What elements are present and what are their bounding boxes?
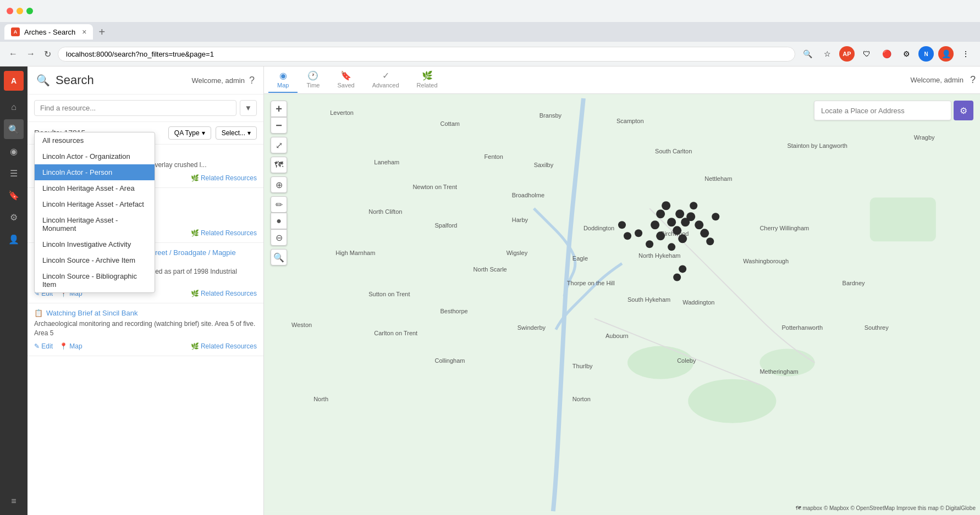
locate-controls: ⊕ <box>271 176 287 193</box>
sidebar-item-list[interactable]: ☰ <box>4 163 24 183</box>
qa-type-button[interactable]: QA Type ▾ <box>168 126 211 140</box>
dropdown-item-lincoln-heritage-area[interactable]: Lincoln Heritage Asset - Area <box>35 180 155 196</box>
tab-related[interactable]: 🌿 Related <box>408 67 447 93</box>
tab-time[interactable]: 🕐 Time <box>298 67 328 93</box>
zoom-in-button[interactable]: + <box>271 101 287 117</box>
svg-text:Cherry Willingham: Cherry Willingham <box>759 225 809 231</box>
search-browser-icon[interactable]: 🔍 <box>800 46 815 62</box>
select-label: Select... <box>222 129 245 137</box>
help-button[interactable]: ? <box>249 75 255 86</box>
resource-dropdown-button[interactable]: ▼ <box>240 100 257 116</box>
map-button[interactable]: 📍 Map <box>59 342 82 350</box>
minimize-window-button[interactable] <box>16 8 23 14</box>
select-dropdown-icon: ▾ <box>247 129 251 137</box>
locate-input[interactable] <box>814 101 951 120</box>
dropdown-item-lincoln-actor-person[interactable]: Lincoln Actor - Person <box>35 164 155 180</box>
locate-button[interactable]: ⚙ <box>954 101 973 120</box>
related-resources-button[interactable]: 🌿 Related Resources <box>191 290 257 297</box>
layers-controls: 🗺 <box>271 157 287 173</box>
svg-text:Thurlby: Thurlby <box>572 363 593 369</box>
svg-text:Scampton: Scampton <box>616 118 644 124</box>
fullscreen-button[interactable]: ⤢ <box>271 137 287 153</box>
back-button[interactable]: ← <box>7 47 20 61</box>
reload-button[interactable]: ↻ <box>42 47 53 62</box>
svg-text:High Marnham: High Marnham <box>335 250 375 256</box>
sidebar-item-user[interactable]: 👤 <box>4 229 24 249</box>
arches-extension-icon[interactable]: AP <box>839 46 855 62</box>
zoom-out-button[interactable]: − <box>271 117 287 134</box>
dropdown-item-lincoln-heritage-artefact[interactable]: Lincoln Heritage Asset - Artefact <box>35 196 155 212</box>
maximize-window-button[interactable] <box>26 8 33 14</box>
draw-pencil-button[interactable]: ✏ <box>271 196 287 213</box>
select-button[interactable]: Select... ▾ <box>216 126 257 140</box>
help-icon[interactable]: ? <box>970 74 976 86</box>
sidebar-item-map[interactable]: ◉ <box>4 141 24 161</box>
related-resources-button[interactable]: 🌿 Related Resources <box>191 342 257 350</box>
main-content: 🔍 Search Welcome, admin ? ▼ Results: 178… <box>27 67 980 515</box>
active-tab[interactable]: A Arches - Search × <box>4 24 93 40</box>
geolocate-button[interactable]: ⊕ <box>271 176 287 193</box>
related-resources-button[interactable]: 🌿 Related Resources <box>191 229 257 237</box>
svg-text:Doddington: Doddington <box>583 225 614 231</box>
extension-icon-2[interactable]: 🔴 <box>879 46 894 62</box>
star-icon[interactable]: ☆ <box>819 46 835 62</box>
locate-container: ⚙ <box>814 101 973 120</box>
menu-dots-icon[interactable]: ⋮ <box>958 46 973 62</box>
saved-tab-icon: 🔖 <box>340 70 351 81</box>
svg-text:Metheringham: Metheringham <box>759 368 798 375</box>
svg-text:Wigsley: Wigsley <box>506 250 528 256</box>
tab-close-button[interactable]: × <box>82 28 86 36</box>
edit-button[interactable]: ✎ Edit <box>34 342 53 350</box>
profile-icon[interactable]: 👤 <box>938 46 954 62</box>
result-title[interactable]: 📋 Watching Brief at Sincil Bank <box>34 309 257 317</box>
advanced-tab-label: Advanced <box>372 82 399 88</box>
extension-icon-4[interactable]: N <box>918 46 934 62</box>
close-window-button[interactable] <box>7 8 13 14</box>
sidebar-logo[interactable]: A <box>4 71 24 91</box>
svg-point-55 <box>673 226 681 235</box>
sidebar-item-bookmark[interactable]: 🔖 <box>4 185 24 205</box>
svg-text:South Carlton: South Carlton <box>655 148 692 154</box>
svg-text:Weston: Weston <box>291 322 312 328</box>
sidebar-item-settings[interactable]: ⚙ <box>4 207 24 227</box>
dropdown-item-lincoln-source-archive[interactable]: Lincoln Source - Archive Item <box>35 252 155 268</box>
welcome-message: Welcome, admin <box>191 76 245 85</box>
svg-text:Stainton by Langworth: Stainton by Langworth <box>787 142 847 149</box>
tab-saved[interactable]: 🔖 Saved <box>328 67 363 93</box>
page-title: Search <box>56 73 94 87</box>
sidebar-item-home[interactable]: ⌂ <box>4 97 24 117</box>
search-area-button[interactable]: 🔍 <box>271 249 287 265</box>
forward-button[interactable]: → <box>24 47 37 61</box>
svg-text:Harby: Harby <box>512 217 528 223</box>
layers-button[interactable]: 🗺 <box>271 157 287 173</box>
tab-advanced[interactable]: ✓ Advanced <box>364 67 408 93</box>
result-title-text: Watching Brief at Sincil Bank <box>46 309 137 317</box>
extension-icon-1[interactable]: 🛡 <box>859 46 874 62</box>
svg-text:Newton on Trent: Newton on Trent <box>412 184 457 190</box>
dropdown-item-lincoln-investigative[interactable]: Lincoln Investigative Activity <box>35 236 155 252</box>
address-input[interactable] <box>58 47 795 62</box>
dropdown-item-all-resources[interactable]: All resources <box>35 132 155 148</box>
draw-circle-button[interactable]: ● <box>271 213 287 229</box>
sidebar-item-search[interactable]: 🔍 <box>4 119 24 139</box>
tab-map[interactable]: ◉ Map <box>268 67 298 93</box>
resource-type-dropdown: All resources Lincoln Actor - Organizati… <box>34 132 155 293</box>
sidebar-item-menu[interactable]: ≡ <box>4 491 24 511</box>
dropdown-item-lincoln-source-biblio[interactable]: Lincoln Source - Bibliographic Item <box>35 268 155 292</box>
dropdown-item-lincoln-heritage-monument[interactable]: Lincoln Heritage Asset - Monument <box>35 212 155 236</box>
related-resources-button[interactable]: 🌿 Related Resources <box>191 174 257 182</box>
related-tab-icon: 🌿 <box>422 70 433 81</box>
result-actions: ✎ Edit 📍 Map 🌿 Related Resources <box>34 342 257 350</box>
svg-point-59 <box>656 231 665 240</box>
resource-input[interactable] <box>34 100 236 116</box>
related-tab-label: Related <box>417 82 438 88</box>
map-container[interactable]: Leverton Cottam Bransby Scampton Harton … <box>264 94 980 515</box>
svg-text:Coleby: Coleby <box>677 357 696 364</box>
dropdown-item-lincoln-actor-org[interactable]: Lincoln Actor - Organization <box>35 148 155 164</box>
tab-favicon: A <box>11 27 20 36</box>
new-tab-button[interactable]: + <box>95 26 108 38</box>
svg-text:Waddington: Waddington <box>682 300 714 306</box>
draw-clear-button[interactable]: ⊖ <box>271 229 287 246</box>
extension-icon-3[interactable]: ⚙ <box>899 46 914 62</box>
svg-point-69 <box>679 265 686 273</box>
